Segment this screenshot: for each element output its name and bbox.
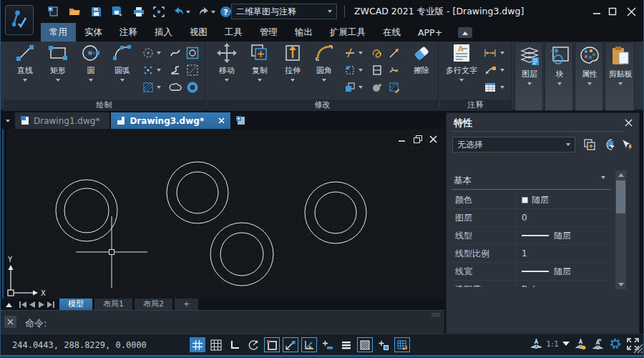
- line-button[interactable]: 直线: [9, 43, 41, 99]
- ribbon-tab-tools[interactable]: 工具: [216, 23, 251, 42]
- attributes-button[interactable]: 属性: [574, 45, 605, 101]
- resize-grip[interactable]: [632, 342, 643, 354]
- transparency-toggle[interactable]: [357, 337, 373, 352]
- dimension-button[interactable]: [483, 46, 497, 60]
- wipeout-button[interactable]: [185, 63, 200, 77]
- scroll-up-button[interactable]: [615, 170, 626, 180]
- donut-circle[interactable]: [220, 233, 263, 276]
- first-layout-button[interactable]: [18, 300, 27, 309]
- layout-tab-layout1[interactable]: 布局1: [94, 299, 132, 310]
- open-file-button[interactable]: [67, 4, 82, 19]
- selection-filter-select[interactable]: 无选择: [452, 137, 575, 153]
- osnap-tracking-toggle[interactable]: [283, 337, 298, 352]
- arc-button[interactable]: 圆弧: [107, 43, 138, 99]
- dynamic-input-toggle[interactable]: [301, 337, 317, 352]
- scroll-down-button[interactable]: [615, 280, 626, 289]
- properties-close-button[interactable]: [623, 117, 633, 127]
- block-button[interactable]: 块: [544, 45, 575, 101]
- ortho-toggle[interactable]: [227, 337, 243, 352]
- array-dropdown[interactable]: [357, 80, 364, 95]
- ribbon-tab-app[interactable]: APP+: [409, 23, 451, 42]
- donut-circle[interactable]: [167, 162, 228, 223]
- auto-annotation-scale-button[interactable]: [592, 338, 604, 350]
- document-list-dropdown[interactable]: [1, 112, 15, 129]
- ribbon-collapse-button[interactable]: [458, 27, 472, 38]
- ribbon-tab-express[interactable]: 扩展工具: [321, 23, 374, 42]
- ui-lines-toggle[interactable]: [338, 337, 354, 352]
- annotation-visibility-button[interactable]: [575, 338, 587, 350]
- offset-dropdown[interactable]: [357, 63, 364, 77]
- select-objects-button[interactable]: [600, 136, 617, 153]
- donut-circle[interactable]: [305, 182, 366, 243]
- explode-button[interactable]: [370, 80, 384, 95]
- stretch-button[interactable]: 拉伸: [277, 43, 308, 99]
- undo-dropdown[interactable]: [185, 9, 191, 15]
- layout-tab-add[interactable]: +: [175, 299, 198, 310]
- workspace-select[interactable]: 二维草图与注释: [231, 4, 337, 19]
- help-button[interactable]: ?: [218, 4, 233, 19]
- rectangle-button[interactable]: 矩形: [42, 43, 74, 99]
- doc-tab-drawing3[interactable]: Drawing3.dwg*: [111, 112, 230, 129]
- cycle-select-toggle[interactable]: [376, 337, 391, 352]
- command-grip[interactable]: [431, 313, 440, 316]
- donut-circle[interactable]: [56, 180, 117, 241]
- maximize-button[interactable]: [606, 5, 619, 18]
- command-prompt[interactable]: 命令:: [25, 317, 47, 330]
- lineweight-toggle[interactable]: [320, 337, 336, 352]
- edit-hatch-button[interactable]: [387, 80, 401, 95]
- grid-toggle[interactable]: [190, 337, 205, 352]
- donut-circle[interactable]: [177, 172, 218, 213]
- scale-button[interactable]: [387, 46, 401, 60]
- undo-button[interactable]: [172, 4, 186, 19]
- points-dropdown[interactable]: [155, 63, 162, 77]
- close-tab-icon[interactable]: [218, 117, 225, 124]
- command-window[interactable]: 命令:: [1, 310, 444, 334]
- layer-button[interactable]: 图层: [514, 45, 545, 101]
- ribbon-tab-online[interactable]: 在线: [374, 23, 409, 42]
- array-button[interactable]: [343, 80, 357, 95]
- hatch-button[interactable]: [141, 80, 155, 95]
- trim-dropdown[interactable]: [357, 46, 364, 60]
- hatch-dropdown[interactable]: [155, 80, 162, 95]
- viewport-close-button[interactable]: [428, 134, 439, 144]
- redo-dropdown[interactable]: [210, 9, 216, 15]
- redo-button[interactable]: [197, 4, 211, 19]
- app-menu-button[interactable]: [5, 5, 34, 35]
- new-file-button[interactable]: [46, 4, 60, 19]
- ribbon-tab-home[interactable]: 常用: [41, 23, 76, 42]
- layout-tab-model[interactable]: 模型: [59, 299, 92, 310]
- join-button[interactable]: [370, 46, 384, 60]
- align-button[interactable]: [387, 63, 401, 77]
- close-button[interactable]: [625, 5, 638, 18]
- fillet-button[interactable]: 圆角: [308, 43, 340, 99]
- offset-button[interactable]: [343, 63, 357, 77]
- point-style-button[interactable]: [141, 46, 155, 60]
- leader-dropdown[interactable]: [499, 63, 506, 77]
- print-button[interactable]: [132, 4, 146, 19]
- leader-button[interactable]: [483, 63, 497, 77]
- point-style-dropdown[interactable]: [155, 46, 162, 60]
- region-button[interactable]: [185, 46, 200, 60]
- last-layout-button[interactable]: [46, 300, 55, 309]
- break-button[interactable]: [370, 63, 384, 77]
- save-button[interactable]: [89, 4, 103, 19]
- table-dropdown[interactable]: [499, 80, 506, 95]
- coordinates-display[interactable]: 244.0443, 288.8229, 0.0000: [12, 340, 147, 350]
- minimize-button[interactable]: [590, 5, 603, 18]
- ribbon-tab-solid[interactable]: 实体: [76, 23, 111, 42]
- polar-toggle[interactable]: [245, 337, 261, 352]
- ribbon-tab-view[interactable]: 视图: [181, 23, 216, 42]
- quick-select-button[interactable]: [581, 136, 598, 153]
- preview-button[interactable]: [152, 4, 166, 19]
- table-button[interactable]: [483, 80, 497, 95]
- mtext-button[interactable]: A 多行文字: [443, 43, 480, 99]
- trim-button[interactable]: [343, 46, 357, 60]
- annotation-scale-button[interactable]: 1:1: [530, 338, 570, 350]
- save-as-button[interactable]: [110, 4, 125, 19]
- revision-cloud-button[interactable]: [168, 80, 182, 95]
- snap-toggle[interactable]: [208, 337, 224, 352]
- copy-button[interactable]: 复制: [244, 43, 275, 99]
- command-close-button[interactable]: [4, 316, 16, 328]
- layout-menu-button[interactable]: [4, 300, 14, 309]
- toggle-pickadd-button[interactable]: [618, 136, 635, 153]
